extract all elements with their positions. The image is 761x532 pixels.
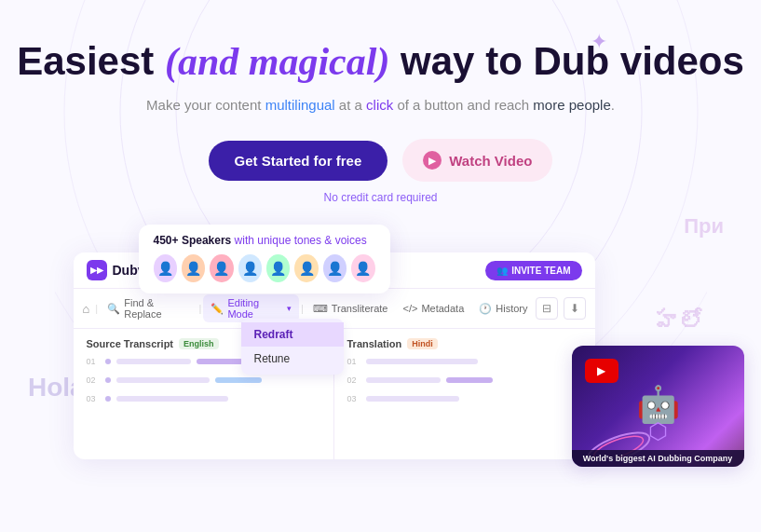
redraft-option[interactable]: Redraft	[241, 322, 344, 347]
editing-mode-label: Editing Mode	[227, 297, 282, 320]
translation-text: Translation	[347, 338, 402, 349]
avatar-3: 👤	[210, 254, 233, 282]
speaker-avatars: 👤 👤 👤 👤 👤 👤 👤 👤	[154, 254, 375, 282]
skel-row-6: 03	[347, 394, 582, 403]
skel-row-5: 02	[347, 375, 582, 385]
video-caption: World's biggest AI Dubbing Company	[572, 450, 744, 467]
watch-video-label: Watch Video	[449, 153, 532, 169]
hero-title: Easiest (and magical) way to Dub videos	[0, 39, 761, 84]
transliterate-label: Transliterate	[332, 303, 388, 314]
history-button[interactable]: 🕐 History	[471, 300, 535, 318]
avatar-1: 👤	[154, 254, 177, 282]
title-end: way to Dub videos	[389, 39, 743, 83]
speakers-popup: 450+ Speakers with unique tones & voices…	[139, 225, 390, 293]
toolbar-divider-2: |	[199, 303, 202, 314]
search-icon: 🔍	[107, 303, 120, 315]
find-replace-button[interactable]: 🔍 Find & Replace	[100, 294, 197, 322]
history-icon: 🕐	[479, 303, 492, 315]
avatar-4: 👤	[238, 254, 262, 282]
source-transcript-text: Source Transcript	[87, 338, 174, 349]
logo-icon: ▶▶	[87, 260, 107, 280]
translation-lang-badge: Hindi	[407, 338, 438, 349]
avatar-7: 👤	[323, 254, 347, 282]
translation-panel: Translation Hindi 01 02 03	[334, 329, 595, 459]
editing-mode-dropdown: Redraft Retune	[241, 319, 344, 375]
skel-row-4: 01	[347, 357, 582, 366]
avatar-6: 👤	[294, 254, 318, 282]
skel-row-3: 03	[87, 394, 320, 403]
speakers-label: Speakers	[182, 234, 231, 247]
speakers-desc: with unique tones & voices	[235, 234, 367, 247]
download-icon-button[interactable]: ⬇	[564, 297, 586, 320]
retune-option[interactable]: Retune	[241, 347, 344, 371]
toolbar-right: ⊟ ⬇	[536, 297, 586, 320]
source-lang-badge: English	[179, 338, 219, 349]
edit-icon: ✏️	[211, 303, 224, 315]
export-icon-button[interactable]: ⊟	[536, 297, 558, 320]
history-label: History	[496, 303, 527, 314]
metadata-button[interactable]: </> Metadata	[395, 300, 471, 317]
toolbar-divider-1: |	[95, 303, 98, 314]
home-icon[interactable]: ⌂	[83, 302, 90, 316]
invite-label: INVITE TEAM	[511, 266, 570, 276]
translation-label: Translation Hindi	[347, 338, 582, 349]
avatar-8: 👤	[351, 254, 374, 282]
metadata-icon: </>	[402, 303, 417, 314]
get-started-button[interactable]: Get Started for free	[209, 141, 388, 181]
speakers-title: 450+ Speakers with unique tones & voices	[154, 234, 375, 247]
transliterate-button[interactable]: ⌨ Transliterate	[306, 300, 396, 318]
invite-team-button[interactable]: 👥 INVITE TEAM	[485, 261, 581, 280]
play-icon: ▶	[423, 151, 442, 170]
find-replace-label: Find & Replace	[124, 297, 189, 320]
watch-video-button[interactable]: ▶ Watch Video	[402, 139, 552, 182]
decor-rings	[581, 402, 656, 457]
hero-subtitle: Make your content multilingual at a clic…	[0, 97, 761, 113]
no-credit-text: No credit card required	[0, 191, 761, 204]
title-start: Easiest	[17, 39, 165, 83]
toolbar-divider-3: |	[301, 303, 304, 314]
hero-section: Easiest (and magical) way to Dub videos …	[0, 0, 761, 204]
metadata-label: Metadata	[421, 303, 464, 314]
speakers-count: 450+	[154, 234, 179, 247]
app-toolbar: ⌂ | 🔍 Find & Replace | ✏️ Editing Mode ▾…	[74, 289, 595, 329]
avatar-5: 👤	[266, 254, 290, 282]
video-thumbnail[interactable]: ▶ 🤖 ⬡ World's biggest AI Dubbing Company	[572, 346, 744, 467]
title-magical: (and magical)	[165, 40, 389, 83]
skel-row-2: 02	[87, 375, 320, 385]
video-bg: ▶ 🤖 ⬡	[572, 346, 744, 467]
cta-button-row: Get Started for free ▶ Watch Video	[0, 139, 761, 182]
youtube-play-icon: ▶	[585, 359, 618, 383]
ui-preview-area: 450+ Speakers with unique tones & voices…	[18, 225, 744, 467]
avatar-2: 👤	[182, 254, 205, 282]
transliterate-icon: ⌨	[313, 303, 328, 315]
invite-icon: 👥	[496, 266, 508, 276]
chevron-down-icon: ▾	[287, 304, 292, 313]
